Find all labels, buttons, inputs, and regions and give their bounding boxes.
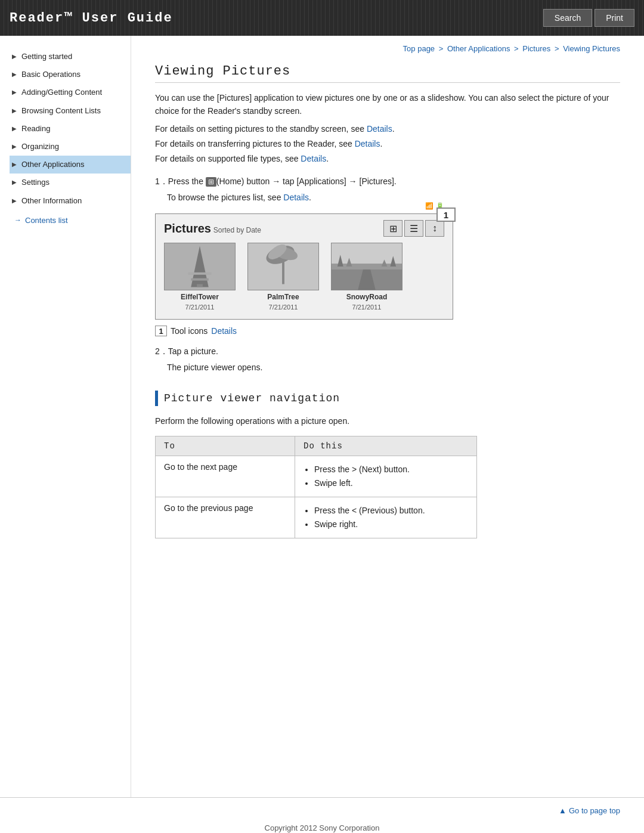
breadcrumb-current: Viewing Pictures [563,44,620,53]
details-link-3[interactable]: Details [301,154,326,163]
intro-text: You can use the [Pictures] application t… [155,93,609,116]
cell-do: Press the > (Next) button.Swipe left. [295,456,476,497]
cell-to: Go to the next page [156,456,295,497]
search-button[interactable]: Search [543,9,592,27]
tool-icons-details-link[interactable]: Details [211,326,237,336]
layout: ▶ Getting started ▶ Basic Operations ▶ A… [0,36,644,797]
arrow-icon: ▶ [12,88,17,97]
picture-item-snowyroad[interactable]: SnowyRoad 7/21/2011 [331,243,402,311]
cell-do: Press the < (Previous) button.Swipe righ… [295,497,476,538]
arrow-icon: ▶ [12,178,17,187]
picture-thumb-palmtree [247,243,319,290]
app-title: Reader™ User Guide [10,11,173,26]
svg-rect-3 [191,278,209,281]
arrow-icon: ▶ [12,160,17,169]
grid-view-button[interactable]: ⊞ [383,220,402,237]
sidebar-item-other-applications[interactable]: ▶ Other Applications [10,156,131,174]
step-1: 1．Press the ⊞(Home) button → tap [Applic… [155,175,620,188]
go-to-page-top-link[interactable]: ▲ Go to page top [559,806,620,815]
sidebar-item-settings[interactable]: ▶ Settings [10,174,131,191]
page-footer: ▲ Go to page top [0,797,644,819]
sidebar-item-organizing[interactable]: ▶ Organizing [10,138,131,156]
pictures-box: Pictures Sorted by Date 📶 🔋 ⊞ ☰ ↕ 1 [155,213,453,320]
road-svg [332,243,402,290]
arrow-right-icon: → [14,216,21,224]
sidebar-label: Reading [21,123,50,134]
sidebar-label: Settings [21,177,49,188]
section-heading-navigation: Picture viewer navigation [155,391,620,406]
arrow-icon: ▶ [12,125,17,133]
go-top-label: Go to page top [569,806,620,815]
step-2: 2．Tap a picture. [155,345,620,358]
pictures-grid: EiffelTower 7/21/2011 PalmTree [164,243,444,311]
palm-svg [248,243,318,290]
sidebar-item-browsing-content-lists[interactable]: ▶ Browsing Content Lists [10,102,131,120]
picture-item-palmtree[interactable]: PalmTree 7/21/2011 [247,243,319,311]
section-heading-text: Picture viewer navigation [164,392,340,404]
sidebar-label: Getting started [21,51,72,62]
badge-1: 1 [436,208,456,222]
svg-rect-4 [197,284,203,287]
picture-item-eiffeltower[interactable]: EiffelTower 7/21/2011 [164,243,236,311]
sidebar-item-reading[interactable]: ▶ Reading [10,120,131,138]
table-row: Go to the next pagePress the > (Next) bu… [156,456,477,497]
step-2-sub: The picture viewer opens. [167,361,620,374]
breadcrumb-pictures[interactable]: Pictures [522,44,550,53]
sidebar-item-other-information[interactable]: ▶ Other Information [10,192,131,210]
sidebar-item-adding-getting-content[interactable]: ▶ Adding/Getting Content [10,83,131,101]
sidebar-label: Other Information [21,196,82,206]
print-button[interactable]: Print [595,9,634,27]
snowyroad-date: 7/21/2011 [352,304,382,311]
sidebar-item-basic-operations[interactable]: ▶ Basic Operations [10,66,131,83]
intro-para: You can use the [Pictures] application t… [155,91,620,118]
intro-line3: For details on supported file types, see… [155,151,620,166]
sidebar-item-getting-started[interactable]: ▶ Getting started [10,48,131,66]
pictures-toolbar: 📶 🔋 ⊞ ☰ ↕ 1 [383,220,444,237]
arrow-icon: ▶ [12,70,17,79]
breadcrumb-top[interactable]: Top page [403,44,435,53]
col-do-this: Do this [295,436,476,456]
intro-line1: For details on setting pictures to the s… [155,122,620,137]
sort-button[interactable]: ↕ 1 [425,220,444,237]
pictures-title: Pictures [164,222,211,235]
home-icon: ⊞ [206,177,216,187]
details-link-4[interactable]: Details [283,193,309,202]
eiffel-svg [165,243,235,290]
snowyroad-label: SnowyRoad [346,293,388,301]
wifi-icon: 📶 [425,202,434,210]
col-to: To [156,436,295,456]
breadcrumb-other-applications[interactable]: Other Applications [447,44,510,53]
pictures-subtitle: Sorted by Date [213,226,261,234]
svg-rect-2 [188,272,211,275]
palmtree-label: PalmTree [267,293,299,301]
table-cell-item: Press the > (Next) button. [314,463,468,476]
table-header-row: To Do this [156,436,477,456]
table-cell-item: Swipe right. [314,518,468,531]
navigation-table: To Do this Go to the next pagePress the … [155,436,477,538]
details-link-1[interactable]: Details [367,124,392,134]
intro-lines: For details on setting pictures to the s… [155,122,620,167]
page-title: Viewing Pictures [155,64,620,83]
header: Reader™ User Guide Search Print [0,0,644,36]
main-content: Top page > Other Applications > Pictures… [131,36,644,797]
arrow-icon: ▶ [12,107,17,115]
palmtree-date: 7/21/2011 [269,304,298,311]
contents-list-link[interactable]: → Contents list [10,210,131,228]
arrow-icon: ▶ [12,52,17,61]
intro-line2: For details on transferring pictures to … [155,137,620,151]
sidebar-label: Browsing Content Lists [21,106,101,116]
details-link-2[interactable]: Details [355,139,380,148]
picture-thumb-eiffeltower [164,243,236,290]
copyright: Copyright 2012 Sony Corporation [0,819,644,833]
eiffeltower-date: 7/21/2011 [185,304,215,311]
arrow-icon: ▶ [12,143,17,151]
cell-to: Go to the previous page [156,497,295,538]
list-view-button[interactable]: ☰ [404,220,423,237]
step-1-sub: To browse the pictures list, see Details… [167,191,620,204]
sidebar-label: Organizing [21,141,59,152]
arrow-icon: ▶ [12,197,17,205]
table-cell-item: Press the < (Previous) button. [314,504,468,517]
section2-para: Perform the following operations with a … [155,414,620,428]
table-cell-item: Swipe left. [314,477,468,490]
pictures-box-header: Pictures Sorted by Date 📶 🔋 ⊞ ☰ ↕ 1 [164,220,444,237]
